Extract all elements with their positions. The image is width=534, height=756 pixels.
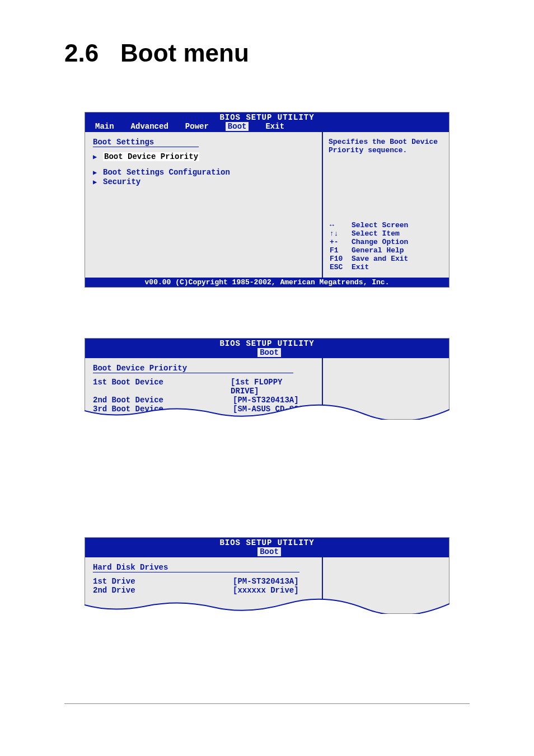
menu-item-boot-device-priority[interactable]: ▶ Boot Device Priority	[93, 152, 314, 161]
key-icon: ↔	[329, 222, 350, 230]
key-desc: Save and Exit	[350, 255, 443, 264]
bios-left-pane: Boot Settings ▶ Boot Device Priority ▶ B…	[85, 132, 323, 278]
boot-device-row-3[interactable]: 3rd Boot Device [SM-ASUS CD-S360]	[93, 405, 314, 414]
menu-label: Boot Device Priority	[103, 152, 199, 161]
key-icon: ESC	[329, 264, 350, 272]
tab-boot[interactable]: Boot	[257, 348, 281, 357]
bios-left-pane: Hard Disk Drives 1st Drive [PM-ST320413A…	[85, 557, 323, 613]
key-desc: Exit	[350, 264, 443, 272]
tab-main[interactable]: Main	[95, 122, 114, 131]
row-label: 1st Drive	[93, 577, 233, 586]
triangle-icon: ▶	[93, 153, 99, 161]
bios-panel-hard-disk-drives: BIOS SETUP UTILITY Boot Hard Disk Drives…	[85, 537, 449, 614]
bios-utility-title: BIOS SETUP UTILITY	[85, 339, 449, 348]
key-desc: Select Screen	[350, 222, 443, 230]
bios-panel-boot-settings: BIOS SETUP UTILITY Main Advanced Power B…	[85, 112, 449, 288]
section-name: Boot menu	[120, 39, 249, 67]
key-desc: Change Option	[350, 238, 443, 247]
key-icon: F10	[329, 255, 350, 264]
row-label: 2nd Drive	[93, 586, 233, 595]
drive-row-1[interactable]: 1st Drive [PM-ST320413A]	[93, 577, 314, 586]
key-desc: General Help	[350, 247, 443, 255]
row-label: 1st Boot Device	[93, 378, 231, 396]
bios-tabs: Boot	[85, 547, 449, 557]
bios-utility-title: BIOS SETUP UTILITY	[85, 112, 449, 122]
bios-copyright-footer: v00.00 (C)Copyright 1985-2002, American …	[85, 278, 449, 287]
menu-label: Boot Settings Configuration	[103, 168, 230, 177]
triangle-icon: ▶	[93, 168, 99, 177]
bios-tabs: Main Advanced Power Boot Exit	[85, 122, 449, 132]
menu-item-boot-settings-configuration[interactable]: ▶ Boot Settings Configuration	[93, 168, 314, 177]
tab-advanced[interactable]: Advanced	[131, 122, 168, 131]
row-value: [PM-ST320413A]	[233, 396, 299, 405]
bios-right-pane: Specifies the Boot Device Priority seque…	[323, 132, 449, 278]
bios-tabs: Boot	[85, 348, 449, 358]
menu-item-security[interactable]: ▶ Security	[93, 177, 314, 186]
boot-device-row-1[interactable]: 1st Boot Device [1st FLOPPY DRIVE]	[93, 378, 314, 396]
key-desc: Select Item	[350, 230, 443, 238]
help-text: Specifies the Boot Device Priority seque…	[329, 138, 443, 154]
row-value: [xxxxxx Drive]	[233, 586, 299, 595]
key-icon: +-	[329, 238, 350, 247]
row-value: [PM-ST320413A]	[233, 577, 299, 586]
section-title: 2.6Boot menu	[64, 39, 500, 67]
row-value: [SM-ASUS CD-S360]	[233, 405, 313, 414]
key-icon: ↑↓	[329, 230, 350, 238]
drive-row-2[interactable]: 2nd Drive [xxxxxx Drive]	[93, 586, 314, 595]
page-footer-divider	[64, 703, 470, 704]
boot-device-row-2[interactable]: 2nd Boot Device [PM-ST320413A]	[93, 396, 314, 405]
tab-power[interactable]: Power	[185, 122, 209, 131]
tab-exit[interactable]: Exit	[265, 122, 284, 131]
tab-boot[interactable]: Boot	[257, 547, 281, 556]
boot-device-priority-heading: Boot Device Priority	[93, 364, 293, 373]
key-icon: F1	[329, 247, 350, 255]
row-value: [1st FLOPPY DRIVE]	[231, 378, 314, 396]
bios-right-pane	[323, 557, 449, 613]
key-help: ↔Select Screen ↑↓Select Item +-Change Op…	[329, 222, 443, 272]
row-label: 2nd Boot Device	[93, 396, 233, 405]
bios-left-pane: Boot Device Priority 1st Boot Device [1s…	[85, 358, 323, 419]
tab-boot[interactable]: Boot	[226, 122, 249, 131]
bios-utility-title: BIOS SETUP UTILITY	[85, 538, 449, 547]
hard-disk-drives-heading: Hard Disk Drives	[93, 563, 299, 572]
menu-label: Security	[103, 177, 140, 186]
section-number: 2.6	[64, 39, 120, 67]
triangle-icon: ▶	[93, 178, 99, 186]
bios-right-pane	[323, 358, 449, 419]
row-label: 3rd Boot Device	[93, 405, 233, 414]
boot-settings-heading: Boot Settings	[93, 138, 199, 147]
bios-panel-boot-device-priority: BIOS SETUP UTILITY Boot Boot Device Prio…	[85, 338, 449, 420]
